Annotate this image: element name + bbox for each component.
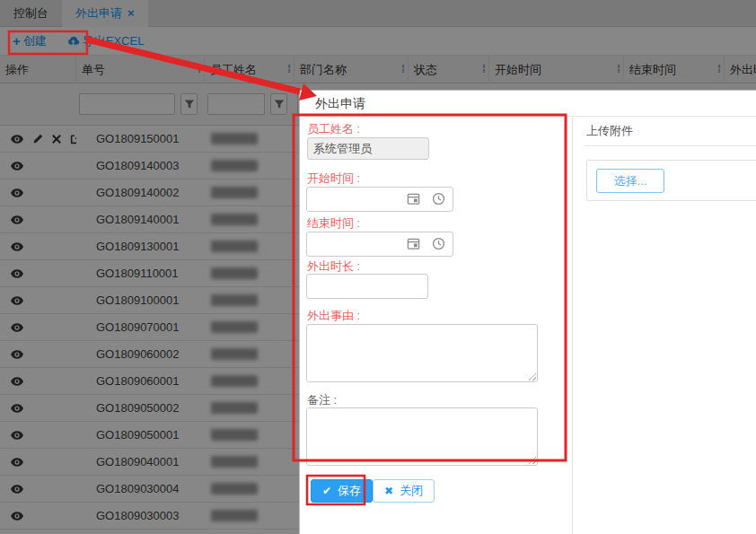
duration-label: 外出时长 :: [307, 258, 360, 275]
clock-icon[interactable]: [432, 192, 445, 206]
start-time-label: 开始时间 :: [307, 171, 360, 187]
upload-dropzone[interactable]: 选择...: [586, 160, 756, 201]
start-time-picker[interactable]: [306, 187, 453, 212]
dialog-title: 外出申请: [315, 91, 365, 116]
app-window: { "tabs": [ {"key":"console","label":"控制…: [0, 0, 756, 534]
check-icon: ✔: [322, 485, 331, 497]
remark-textarea[interactable]: [306, 407, 538, 466]
clock-icon[interactable]: [432, 237, 445, 250]
x-icon: ✖: [384, 485, 393, 497]
end-time-label: 结束时间 :: [307, 215, 360, 232]
dialog-section-divider: [572, 116, 573, 534]
close-button-label: 关闭: [400, 483, 423, 499]
employee-name-field[interactable]: [307, 137, 429, 160]
end-time-picker[interactable]: [306, 232, 453, 257]
remark-label: 备注 :: [307, 392, 337, 408]
reason-label: 外出事由 :: [307, 308, 360, 324]
close-button[interactable]: ✖ 关闭: [373, 479, 435, 503]
calendar-icon[interactable]: [407, 192, 420, 206]
outing-request-dialog: 外出申请 员工姓名 : 开始时间 : 结束时间 : 外出时长 : 外出事由 : …: [299, 90, 756, 534]
save-button[interactable]: ✔ 保存: [311, 479, 373, 503]
reason-textarea[interactable]: [306, 324, 538, 382]
employee-name-label: 员工姓名 :: [307, 121, 360, 137]
save-button-label: 保存: [338, 483, 361, 499]
calendar-icon[interactable]: [407, 237, 420, 250]
upload-attachment-title: 上传附件: [585, 116, 756, 146]
select-file-button[interactable]: 选择...: [596, 169, 664, 193]
duration-field[interactable]: [306, 274, 428, 299]
